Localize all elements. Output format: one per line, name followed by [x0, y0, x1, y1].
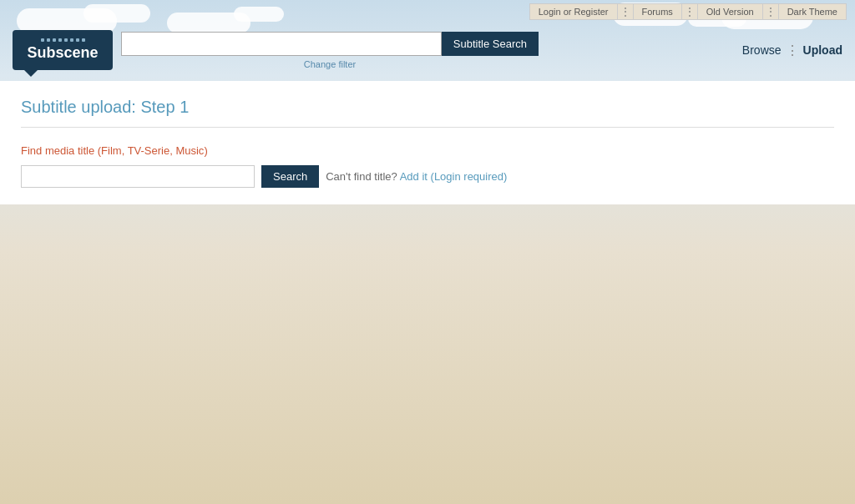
find-media-text-prefix: Find media title ( — [21, 144, 101, 157]
old-version-link[interactable]: Old Version — [697, 3, 763, 20]
browse-link[interactable]: Browse — [742, 43, 782, 57]
logo-dot-8 — [82, 38, 85, 42]
logo-dot-3 — [53, 38, 56, 42]
forums-link[interactable]: Forums — [633, 3, 682, 20]
find-media-text-suffix: ) — [204, 144, 207, 157]
dark-theme-link[interactable]: Dark Theme — [778, 3, 847, 20]
top-bar: Login or Register ⋮ Forums ⋮ Old Version… — [0, 0, 855, 23]
logo-dot-2 — [47, 38, 50, 42]
cant-find-text: Can't find title? Add it (Login required… — [326, 170, 507, 183]
separator-2: ⋮ — [682, 3, 697, 20]
cant-find-label: Can't find title? — [326, 170, 397, 183]
media-search-row: Search Can't find title? Add it (Login r… — [21, 165, 834, 188]
header-search-input[interactable] — [121, 32, 442, 56]
change-filter-link[interactable]: Change filter — [304, 59, 356, 69]
logo-text: Subscene — [27, 44, 98, 62]
logo-dot-5 — [64, 38, 68, 42]
logo-dots — [41, 38, 85, 42]
media-search-button[interactable]: Search — [261, 165, 319, 188]
find-media-types: Film, TV-Serie, Music — [101, 144, 204, 157]
logo-dot-7 — [76, 38, 79, 42]
divider — [21, 127, 834, 128]
logo-dot-1 — [41, 38, 44, 42]
header-search-row: Subtitle Search — [121, 32, 539, 56]
upload-link[interactable]: Upload — [803, 43, 842, 57]
page-title: Subtitle upload: Step 1 — [21, 98, 834, 117]
media-search-input[interactable] — [21, 165, 255, 188]
main-content: Subtitle upload: Step 1 Find media title… — [0, 81, 855, 204]
logo[interactable]: Subscene — [13, 30, 113, 70]
separator-1: ⋮ — [618, 3, 633, 20]
header: Subscene Subtitle Search Change filter B… — [0, 23, 855, 77]
nav-separator: ⋮ — [786, 43, 799, 58]
logo-dot-6 — [70, 38, 73, 42]
separator-3: ⋮ — [763, 3, 778, 20]
logo-dot-4 — [58, 38, 62, 42]
login-register-link[interactable]: Login or Register — [529, 3, 618, 20]
nav-links: Browse ⋮ Upload — [742, 43, 842, 58]
subtitle-search-button[interactable]: Subtitle Search — [442, 32, 539, 56]
header-search-area: Subtitle Search Change filter — [121, 32, 539, 69]
add-it-link[interactable]: Add it (Login required) — [400, 170, 508, 183]
find-media-label: Find media title (Film, TV-Serie, Music) — [21, 144, 834, 157]
